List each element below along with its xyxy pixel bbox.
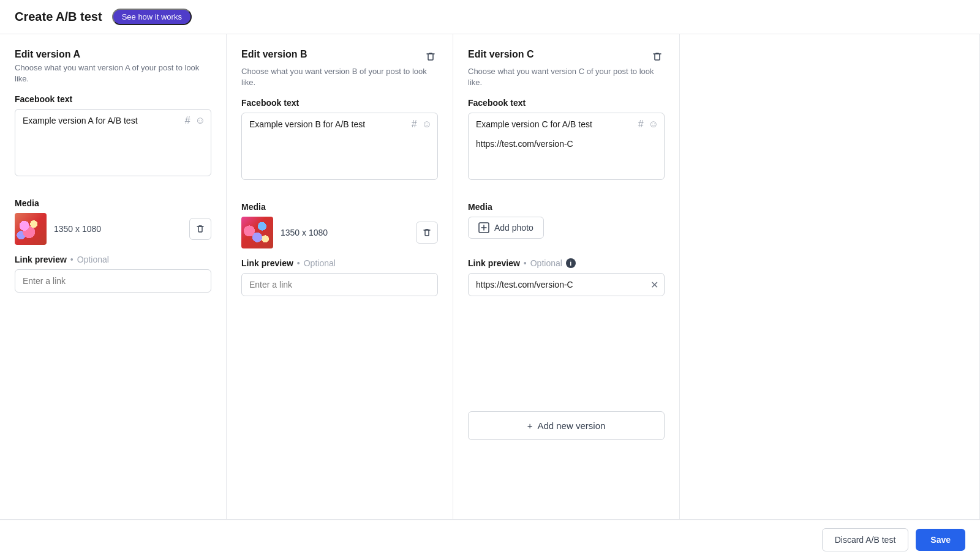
version-a-media-label: Media <box>15 198 211 208</box>
version-c-media-label: Media <box>468 202 665 212</box>
version-c-link-input[interactable] <box>468 273 665 296</box>
version-c-link-clear-button[interactable]: ✕ <box>650 279 658 291</box>
version-b-facebook-input[interactable] <box>241 113 438 180</box>
trash-icon <box>422 228 432 237</box>
see-how-button[interactable]: See how it works <box>112 9 192 25</box>
version-c-subtitle: Choose what you want version C of your p… <box>468 66 665 88</box>
page-header: Create A/B test See how it works <box>0 0 980 34</box>
hash-icon[interactable]: # <box>412 119 417 130</box>
version-c-column: Edit version C Choose what you want vers… <box>453 34 680 519</box>
add-version-button[interactable]: + + Add new version Add new version <box>468 411 665 440</box>
version-b-media-delete-button[interactable] <box>416 222 438 244</box>
hash-icon[interactable]: # <box>638 119 644 130</box>
version-b-column: Edit version B Choose what you want vers… <box>227 34 453 519</box>
version-b-link-input[interactable] <box>241 273 438 296</box>
version-a-title: Edit version A <box>15 49 80 60</box>
version-b-facebook-label: Facebook text <box>241 98 438 108</box>
version-a-subtitle: Choose what you want version A of your p… <box>15 62 211 84</box>
trash-icon <box>651 50 663 62</box>
version-a-link-wrapper <box>15 269 211 293</box>
version-a-textarea-wrapper: # ☺ <box>15 109 211 189</box>
version-b-link-wrapper <box>241 273 438 296</box>
version-c-header: Edit version C <box>468 49 665 64</box>
version-a-link-input[interactable] <box>15 269 211 293</box>
versions-container: Edit version A Choose what you want vers… <box>0 34 980 520</box>
version-b-delete-button[interactable] <box>423 49 438 64</box>
version-b-media-thumb <box>241 217 273 248</box>
emoji-icon[interactable]: ☺ <box>195 115 205 126</box>
version-c-media-section: Add photo <box>468 217 665 248</box>
version-b-header: Edit version B <box>241 49 438 64</box>
version-c-optional: Optional <box>530 258 562 268</box>
version-b-media-size: 1350 x 1080 <box>281 228 409 237</box>
version-a-media-thumb <box>15 213 47 245</box>
version-a-optional: Optional <box>77 255 109 264</box>
version-c-add-photo-button[interactable]: Add photo <box>468 217 544 239</box>
add-photo-icon <box>478 222 489 233</box>
version-c-delete-button[interactable] <box>650 49 665 64</box>
version-c-facebook-label: Facebook text <box>468 98 665 108</box>
version-a-facebook-input[interactable] <box>15 109 211 176</box>
info-icon[interactable]: i <box>566 258 576 268</box>
plus-icon: + <box>527 420 533 431</box>
version-a-column: Edit version A Choose what you want vers… <box>0 34 227 519</box>
version-a-media-size: 1350 x 1080 <box>54 224 182 234</box>
version-c-textarea-wrapper: # ☺ <box>468 113 665 192</box>
extra-column <box>680 34 980 519</box>
emoji-icon[interactable]: ☺ <box>649 119 658 130</box>
version-c-link-text: Link preview <box>468 258 520 268</box>
version-c-link-label: Link preview • Optional i <box>468 258 665 268</box>
version-a-facebook-label: Facebook text <box>15 94 211 104</box>
version-c-facebook-input[interactable] <box>468 113 665 180</box>
version-b-subtitle: Choose what you want version B of your p… <box>241 66 438 88</box>
version-a-header: Edit version A <box>15 49 211 60</box>
discard-button[interactable]: Discard A/B test <box>822 528 909 551</box>
add-version-section: + + Add new version Add new version <box>468 296 665 440</box>
save-button[interactable]: Save <box>916 529 965 551</box>
version-b-textarea-wrapper: # ☺ <box>241 113 438 192</box>
version-b-optional: Optional <box>304 258 336 268</box>
page-title: Create A/B test <box>15 10 102 24</box>
trash-icon <box>424 50 437 62</box>
version-b-title: Edit version B <box>241 49 307 60</box>
emoji-icon[interactable]: ☺ <box>422 119 432 130</box>
version-a-link-label: Link preview • Optional <box>15 255 211 264</box>
version-a-media-delete-button[interactable] <box>189 218 211 240</box>
version-c-title: Edit version C <box>468 49 534 60</box>
version-b-media-row: 1350 x 1080 <box>241 217 438 248</box>
version-a-media-row: 1350 x 1080 <box>15 213 211 245</box>
trash-icon <box>195 224 205 234</box>
hash-icon[interactable]: # <box>185 115 190 126</box>
page-footer: Discard A/B test Save <box>0 520 980 559</box>
version-a-textarea-icons: # ☺ <box>185 115 205 126</box>
version-b-link-label: Link preview • Optional <box>241 258 438 268</box>
version-b-media-label: Media <box>241 202 438 212</box>
version-b-link-text: Link preview <box>241 258 293 268</box>
version-c-textarea-icons: # ☺ <box>638 119 658 130</box>
version-c-link-wrapper: ✕ <box>468 273 665 296</box>
version-a-link-text: Link preview <box>15 255 67 264</box>
version-b-textarea-icons: # ☺ <box>412 119 432 130</box>
